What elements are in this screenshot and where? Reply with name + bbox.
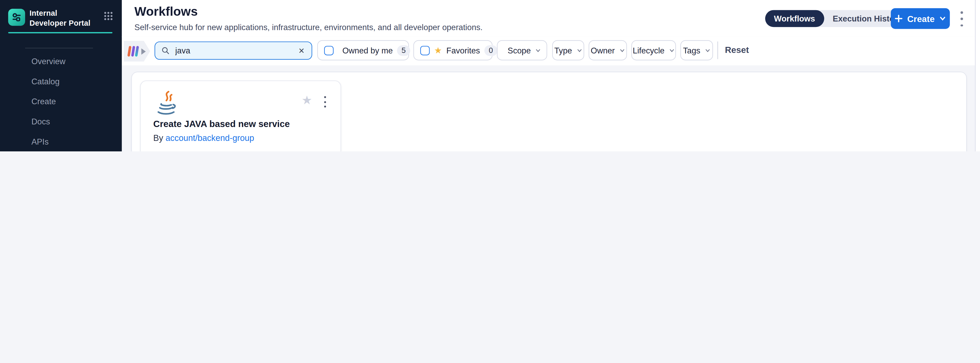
sidebar-top-divider: [25, 48, 93, 48]
main-area: Workflows Self-service hub for new appli…: [122, 0, 980, 151]
page-header: Workflows Self-service hub for new appli…: [122, 0, 980, 37]
sidebar-item-docs[interactable]: Docs: [0, 111, 122, 132]
expand-arrow-icon: [141, 48, 146, 54]
workflow-title: Create JAVA based new service: [153, 119, 290, 129]
chevron-down-icon: [939, 15, 946, 22]
sidebar-nav: Overview Catalog Create Docs APIs Workfl…: [0, 51, 122, 151]
sidebar-item-create[interactable]: Create: [0, 91, 122, 111]
chevron-down-icon: [535, 48, 541, 53]
filter-bar: ✕ Owned by me 5 ★ Favorites 0: [122, 37, 980, 65]
search-input[interactable]: [174, 45, 298, 56]
workflows-panel: ★ Create JAVA based new service By accou…: [131, 72, 967, 151]
brand: Internal Developer Portal: [8, 9, 114, 29]
screen: Internal Developer Portal Overview Catal…: [0, 0, 980, 151]
vertical-scrollbar[interactable]: [975, 0, 980, 151]
owned-by-me-count: 5: [397, 45, 410, 56]
type-dropdown[interactable]: Type: [552, 40, 584, 61]
owned-by-me-filter[interactable]: Owned by me 5: [317, 40, 409, 61]
create-button[interactable]: Create: [891, 8, 950, 29]
view-toggle: Workflows Execution History: [765, 10, 911, 27]
chevron-down-icon: [705, 48, 710, 53]
app-logo-icon: [8, 9, 25, 26]
favorites-checkbox[interactable]: [420, 46, 430, 55]
filter-panel-toggle[interactable]: [124, 41, 150, 62]
brand-underline: [8, 32, 112, 33]
sidebar-item-overview[interactable]: Overview: [0, 51, 122, 71]
search-icon: [162, 47, 170, 55]
sidebar-item-catalog[interactable]: Catalog: [0, 71, 122, 91]
sidebar: Internal Developer Portal Overview Catal…: [0, 0, 122, 151]
app-switcher-grid-icon[interactable]: [104, 12, 114, 21]
header-kebab-menu[interactable]: [958, 11, 966, 27]
favorites-filter[interactable]: ★ Favorites 0: [413, 40, 492, 61]
favorites-count: 0: [484, 45, 497, 56]
chevron-down-icon: [619, 48, 625, 53]
content-area: ★ Create JAVA based new service By accou…: [122, 65, 980, 151]
page-title: Workflows: [135, 5, 198, 19]
colored-bars-icon: [128, 46, 138, 57]
workflow-card[interactable]: ★ Create JAVA based new service By accou…: [140, 80, 341, 151]
tags-dropdown[interactable]: Tags: [680, 40, 713, 61]
star-icon: ★: [434, 46, 442, 55]
lifecycle-dropdown[interactable]: Lifecycle: [632, 40, 676, 61]
scope-dropdown[interactable]: Scope: [497, 40, 547, 61]
search-box: ✕: [154, 41, 312, 60]
favorite-star-icon[interactable]: ★: [302, 94, 312, 106]
chevron-down-icon: [669, 48, 675, 53]
filter-divider: [718, 41, 718, 59]
reset-filters-button[interactable]: Reset: [725, 45, 749, 54]
plus-icon: [895, 14, 903, 22]
app-title: Internal Developer Portal: [30, 9, 94, 29]
tab-workflows[interactable]: Workflows: [765, 10, 824, 27]
sidebar-item-apis[interactable]: APIs: [0, 132, 122, 151]
clear-search-icon[interactable]: ✕: [298, 46, 305, 55]
workflow-owner: By account/backend-group: [153, 133, 255, 143]
card-kebab-menu[interactable]: [322, 96, 328, 107]
java-logo-icon: [153, 91, 178, 121]
chevron-down-icon: [576, 48, 582, 53]
owner-dropdown[interactable]: Owner: [589, 40, 627, 61]
page-subtitle: Self-service hub for new applications, i…: [135, 22, 483, 32]
owner-link[interactable]: account/backend-group: [165, 133, 254, 143]
owned-by-me-checkbox[interactable]: [324, 46, 334, 55]
